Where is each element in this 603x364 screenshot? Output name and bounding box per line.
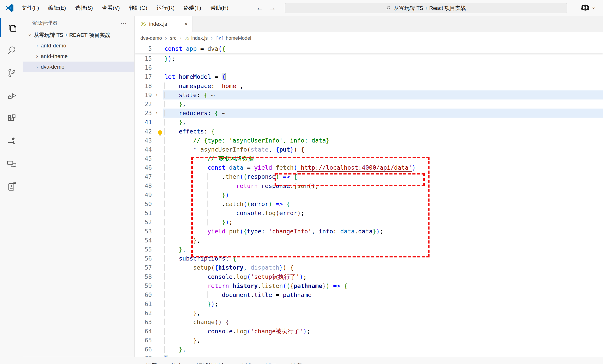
line-number[interactable]: 55 [135,245,152,254]
menu-item-file[interactable]: 文件(F) [19,3,42,13]
code-line-62[interactable]: 62 }, [135,308,603,318]
activity-run-debug-icon[interactable] [0,84,23,107]
code-line-23[interactable]: 23› reducers: { ⋯ [135,109,603,118]
panel-tab-调试控制台[interactable]: 调试控制台 [197,362,226,364]
command-center-search[interactable]: 从零玩转 TS + React 项目实战 [285,3,567,13]
code-line-5[interactable]: 5const app = dva({ [135,44,225,53]
panel-tab-终端[interactable]: 终端 [240,362,251,364]
menu-item-edit[interactable]: 编辑(E) [45,3,69,13]
line-number[interactable]: 45 [135,154,152,163]
code-line-58[interactable]: 58 console.log('setup被执行了'); [135,272,603,281]
activity-search-icon[interactable] [0,39,23,62]
code-line-18[interactable]: 18 namespace: 'home', [135,81,603,91]
line-number[interactable]: 17 [135,72,152,81]
more-actions-icon[interactable]: ⋯ [120,19,127,27]
breadcrumb-item-src[interactable]: src [170,35,176,41]
code-line-16[interactable]: 16 [135,63,603,72]
line-number[interactable]: 63 [135,318,152,327]
code-line-61[interactable]: 61 }); [135,299,603,308]
code-line-48[interactable]: 48 return response.json(); [135,181,603,190]
activity-explorer-icon[interactable] [0,16,23,39]
back-arrow-button[interactable]: ← [256,4,263,12]
line-number[interactable]: 47 [135,172,152,181]
code-line-56[interactable]: 56 subscriptions: { [135,254,603,263]
line-number[interactable]: 56 [135,254,152,263]
code-line-52[interactable]: 52 }); [135,217,603,227]
fold-chevron-icon[interactable]: › [152,91,162,100]
activity-extensions-icon[interactable] [0,107,23,130]
fold-chevron-icon[interactable]: › [152,109,162,118]
code-line-49[interactable]: 49 }) [135,190,603,199]
line-number[interactable]: 66 [135,345,152,354]
activity-ai-assistant-icon[interactable] [0,130,23,152]
code-line-55[interactable]: 55 }, [135,245,603,254]
code-line-42[interactable]: 42 effects: { [135,127,603,136]
code-line-53[interactable]: 53 yield put({type: 'changeInfo', info: … [135,227,603,236]
sticky-scroll-line[interactable]: 5const app = dva({ [135,44,603,53]
tree-item-dva-demo[interactable]: ›dva-demo [23,62,134,72]
panel-tab-注释[interactable]: 注释 [291,362,302,364]
line-number[interactable]: 62 [135,308,152,318]
line-number[interactable]: 5 [135,44,152,53]
line-number[interactable]: 61 [135,299,152,308]
code-line-19[interactable]: 19› state: { ⋯ [135,91,603,100]
code-line-57[interactable]: 57 setup({history, dispatch}) { [135,263,603,272]
menu-item-run[interactable]: 运行(R) [153,3,177,13]
code-line-65[interactable]: 65 }, [135,336,603,345]
menu-item-selection[interactable]: 选择(S) [72,3,96,13]
line-number[interactable]: 60 [135,290,152,299]
line-number[interactable]: 19 [135,91,152,100]
breadcrumb-item-dva-demo[interactable]: dva-demo [140,35,162,41]
line-number[interactable]: 46 [135,163,152,172]
code-line-22[interactable]: 22 }, [135,100,603,109]
line-number[interactable]: 59 [135,281,152,290]
line-number[interactable]: 65 [135,336,152,345]
code-line-64[interactable]: 64 console.log('change被执行了'); [135,327,603,336]
line-number[interactable]: 44 [135,145,152,154]
line-number[interactable]: 16 [135,63,152,72]
line-number[interactable]: 23 [135,109,152,118]
line-number[interactable]: 53 [135,227,152,236]
close-icon[interactable]: × [185,21,188,28]
code-line-54[interactable]: 54 }, [135,236,603,245]
code-line-45[interactable]: 45 // 获取网络数据 [135,154,603,163]
code-line-43[interactable]: 43 // {type: 'asyncUserInfo', info: data… [135,136,603,145]
code-line-60[interactable]: 60 document.title = pathname [135,290,603,299]
code-line-59[interactable]: 59 return history.listen(({pathname}) =>… [135,281,603,290]
line-number[interactable]: 41 [135,118,152,127]
menu-item-view[interactable]: 查看(V) [99,3,123,13]
tree-item-antd-theme[interactable]: ›antd-theme [23,51,134,62]
line-number[interactable]: 64 [135,327,152,336]
code-line-15[interactable]: 15}); [135,54,603,63]
tree-root-folder[interactable]: › 从零玩转 TS + REACT 项目实战 [23,30,134,40]
code-line-66[interactable]: 66 }, [135,345,603,354]
code-line-46[interactable]: 46 const data = yield fetch('http://loca… [135,163,603,172]
line-number[interactable]: 51 [135,208,152,217]
activity-source-control-icon[interactable] [0,62,23,84]
copilot-menu[interactable]: › [580,0,595,16]
line-number[interactable]: 57 [135,263,152,272]
activity-chat-icon[interactable] [0,152,23,175]
tree-item-antd-demo[interactable]: ›antd-demo [23,40,134,51]
line-number[interactable]: 49 [135,190,152,199]
panel-tab-端口[interactable]: 端口 [265,362,277,364]
code-line-47[interactable]: 47 .then((response) => { [135,172,603,181]
line-number[interactable]: 50 [135,199,152,208]
lightbulb-icon[interactable] [157,130,163,137]
code-line-44[interactable]: 44 * asyncUserInfo(state, {put}) { [135,145,603,154]
line-number[interactable]: 43 [135,136,152,145]
code-line-51[interactable]: 51 console.log(error); [135,208,603,217]
line-number[interactable]: 22 [135,100,152,109]
code-line-50[interactable]: 50 .catch((error) => { [135,199,603,208]
activity-notebook-add-icon[interactable] [0,175,23,198]
menu-item-go[interactable]: 转到(G) [126,3,151,13]
panel-tab-问题[interactable]: 问题 [146,362,157,364]
panel-tab-输出[interactable]: 输出 [171,362,183,364]
tab-index-js[interactable]: JS index.js × [135,16,192,32]
line-number[interactable]: 48 [135,181,152,190]
breadcrumb-item-index.js[interactable]: JSindex.js [184,35,208,41]
line-number[interactable]: 18 [135,81,152,91]
menu-item-help[interactable]: 帮助(H) [207,3,231,13]
line-number[interactable]: 54 [135,236,152,245]
breadcrumb-item-homeModel[interactable]: [∅]homeModel [216,35,251,41]
